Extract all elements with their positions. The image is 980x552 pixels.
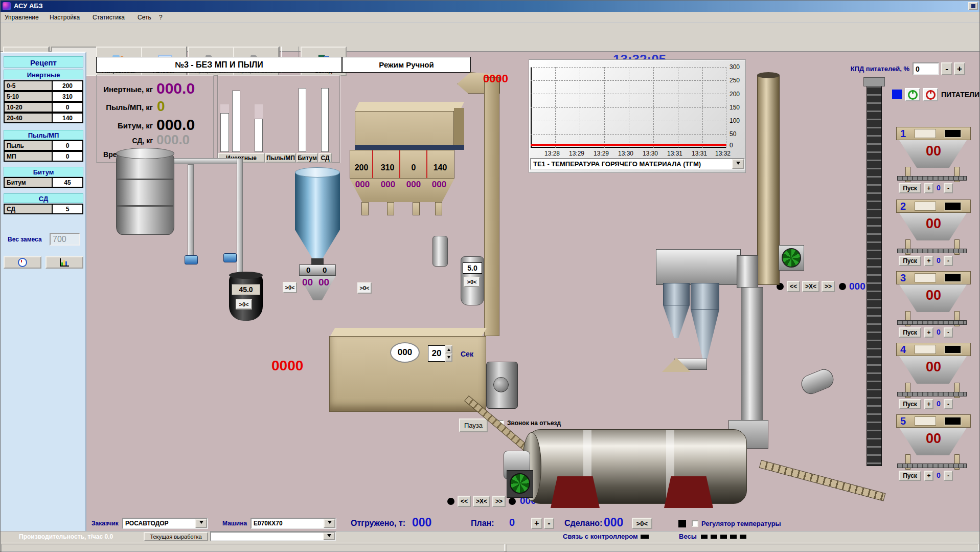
- feeder-start-button[interactable]: Пуск: [899, 327, 921, 338]
- feeders-indicator: [892, 90, 902, 99]
- app-icon: [3, 2, 11, 10]
- kpd-plus-button[interactable]: +: [954, 62, 965, 75]
- feeders-off-button[interactable]: [923, 88, 938, 101]
- feeder-weight: 00: [918, 143, 949, 159]
- customer-dropdown[interactable]: РОСАВТОДОР: [122, 518, 208, 529]
- belt-back-button[interactable]: <<: [458, 496, 471, 507]
- bitumen-zero-button[interactable]: >0<: [464, 277, 480, 287]
- dust-row-label: МП: [4, 151, 52, 162]
- y-tick: 150: [730, 104, 740, 111]
- feeder-plus-button[interactable]: +: [924, 471, 933, 481]
- feeder-slot: [915, 345, 936, 354]
- feeder-plus-button[interactable]: +: [924, 399, 933, 409]
- window-control-button[interactable]: [968, 2, 978, 10]
- mix-timer-input[interactable]: 20: [428, 345, 445, 362]
- x-tick: 13:32: [712, 150, 734, 157]
- timer-down-button[interactable]: [445, 354, 452, 362]
- bunker-spout: [361, 202, 369, 215]
- feeder-weight: 00: [918, 359, 949, 375]
- plan-plus-button[interactable]: +: [531, 518, 542, 529]
- belt-counter-right: 000: [849, 281, 865, 292]
- feeder-plus-button[interactable]: +: [924, 256, 933, 266]
- menu-item-nastroyka[interactable]: Настройка: [50, 14, 80, 21]
- dust-silo-top: [295, 167, 340, 178]
- feeder-slot: [915, 416, 936, 426]
- pause-button[interactable]: Пауза: [459, 418, 488, 432]
- y-tick: 250: [730, 77, 740, 84]
- bunker-actual: 000: [429, 180, 449, 190]
- feeder-minus-button[interactable]: -: [944, 471, 953, 481]
- window-title: АСУ АБЗ: [14, 2, 43, 10]
- menu-item-statistika[interactable]: Статистика: [93, 14, 125, 21]
- feeder-start-button[interactable]: Пуск: [899, 471, 921, 481]
- dropdown-arrow-icon[interactable]: [324, 519, 335, 528]
- menu-item-help[interactable]: ?: [159, 14, 163, 21]
- temp-reg-label: Регулятор температуры: [701, 520, 781, 527]
- y-tick: 0: [730, 142, 733, 149]
- screen-unit-shadow: [355, 145, 464, 150]
- current-output-dropdown[interactable]: [210, 532, 336, 541]
- belt-stop-button[interactable]: >Х<: [473, 496, 490, 507]
- feeder-start-button[interactable]: Пуск: [899, 183, 921, 193]
- sd-kg-value: 000.0: [156, 132, 190, 148]
- kpd-input[interactable]: 0: [913, 62, 939, 75]
- dropdown-arrow-icon[interactable]: [195, 519, 207, 528]
- plan-minus-button[interactable]: -: [544, 518, 554, 529]
- power-off-icon: [926, 90, 936, 100]
- sd-zero-button[interactable]: >0<: [236, 299, 252, 310]
- dropdown-arrow-icon[interactable]: [323, 533, 335, 540]
- feeder-unit: 1 00 Пуск + 0 -: [892, 127, 975, 200]
- screen-unit: [355, 111, 454, 146]
- feeder-slot: [915, 129, 936, 138]
- inert-weigher-bot-right: 00: [318, 277, 329, 288]
- kpd-minus-button[interactable]: -: [941, 62, 952, 75]
- feeder-minus-button[interactable]: -: [944, 399, 953, 409]
- trend-selector-dropdown[interactable]: ТЕ1 - ТЕМПЕРАТУРА ГОРЯЧЕГО МАТЕРИАЛА (ТГ…: [530, 158, 745, 170]
- level-bar: [232, 91, 240, 152]
- level-label-dust: Пыль/МП: [265, 153, 296, 163]
- feeder-minus-button[interactable]: -: [944, 183, 953, 193]
- y-tick: 50: [730, 130, 736, 138]
- feeder-belt: [897, 392, 967, 396]
- statistics-tool-button[interactable]: [45, 256, 83, 269]
- temp-reg-checkbox[interactable]: [692, 520, 698, 527]
- mixer-weight-display: 000: [390, 342, 420, 363]
- menu-item-set[interactable]: Сеть: [138, 14, 151, 21]
- belt-forward-button[interactable]: >>: [822, 281, 835, 292]
- truck-dropdown[interactable]: Е070КХ70: [250, 518, 336, 529]
- inert-weigher-zero-button[interactable]: >0<: [283, 282, 297, 293]
- drum-support: [551, 476, 600, 508]
- temp-reg-indicator: [678, 520, 686, 527]
- gridline: [580, 67, 580, 148]
- trend-series-line: [531, 144, 726, 146]
- gridline: [653, 67, 654, 148]
- inert-row-label: 5-10: [4, 91, 52, 102]
- feeders-on-button[interactable]: [905, 88, 920, 101]
- feeder-speed: 0: [935, 184, 942, 192]
- belt-back-button[interactable]: <<: [787, 281, 800, 292]
- feeder-minus-button[interactable]: -: [944, 327, 953, 338]
- belt-stop-button[interactable]: >Х<: [802, 281, 819, 292]
- feeder-plus-button[interactable]: +: [924, 327, 933, 338]
- made-zero-button[interactable]: >0<: [632, 518, 652, 529]
- customer-label: Заказчик: [92, 520, 119, 527]
- timer-up-button[interactable]: [445, 345, 452, 354]
- gridline: [629, 67, 629, 148]
- drum-support: [664, 476, 713, 508]
- scale-indicator: [711, 535, 717, 539]
- belt-forward-button[interactable]: >>: [492, 496, 506, 507]
- batch-weight-input[interactable]: 700: [50, 233, 80, 246]
- feeder-start-button[interactable]: Пуск: [899, 399, 921, 409]
- y-tick: 100: [730, 117, 740, 124]
- menu-item-upravlenie[interactable]: Управление: [5, 14, 39, 21]
- timer-tool-button[interactable]: [4, 256, 41, 269]
- cyclone-platform: [656, 249, 741, 285]
- feeder-minus-button[interactable]: -: [944, 256, 953, 266]
- dropdown-arrow-icon[interactable]: [732, 159, 744, 169]
- bunker-actual: 000: [378, 180, 398, 190]
- feeder-start-button[interactable]: Пуск: [899, 256, 921, 266]
- cyclone-body: [663, 283, 690, 305]
- feeder-plus-button[interactable]: +: [924, 183, 933, 193]
- bunker-weigher-zero-button[interactable]: >0<: [357, 282, 372, 294]
- y-tick: 300: [730, 63, 740, 71]
